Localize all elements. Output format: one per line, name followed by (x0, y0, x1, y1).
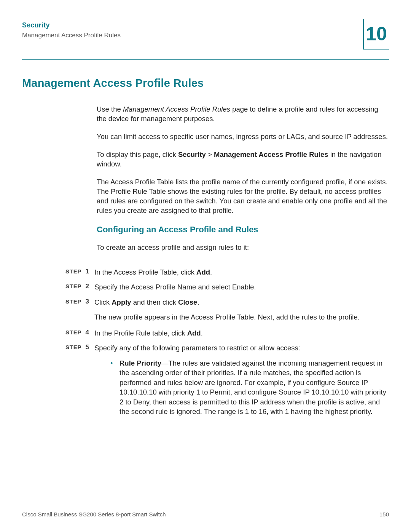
chapter-box: 10 (363, 19, 389, 50)
header-section: Security (22, 21, 389, 29)
sub-heading: Configuring an Access Profile and Rules (97, 225, 389, 235)
body: Use the Management Access Profile Rules … (97, 105, 389, 417)
step-divider (97, 261, 389, 261)
intro-para-1: Use the Management Access Profile Rules … (97, 105, 389, 124)
bullet-item: • Rule Priority—The rules are validated … (110, 358, 389, 417)
step-label: STEP (65, 297, 84, 305)
header-subsection: Management Access Profile Rules (22, 32, 389, 39)
intro-italic: Management Access Profile Rules (123, 105, 230, 113)
chapter-number: 10 (366, 24, 387, 43)
intro-para-2: You can limit access to specific user na… (97, 132, 389, 142)
step-text: Specify the Access Profile Name and sele… (94, 282, 389, 292)
step-number: 1 (84, 267, 94, 275)
step-label: STEP (65, 267, 84, 275)
step-number: 3 (84, 297, 94, 305)
footer-left: Cisco Small Business SG200 Series 8-port… (22, 511, 166, 518)
step-number: 2 (84, 282, 94, 290)
page-header: Security Management Access Profile Rules… (22, 21, 389, 51)
step-text: Specify any of the following parameters … (94, 343, 389, 353)
footer-row: Cisco Small Business SG200 Series 8-port… (22, 511, 389, 518)
footer-rule (22, 507, 389, 507)
step-label: STEP (65, 343, 84, 350)
step-4: STEP 4 In the Profile Rule table, click … (65, 328, 389, 338)
step-number: 5 (84, 343, 94, 351)
steps: STEP 1 In the Access Profile Table, clic… (65, 267, 389, 417)
bullet-list: • Rule Priority—The rules are validated … (110, 358, 389, 417)
header-rule (22, 59, 389, 60)
page-title: Management Access Profile Rules (22, 77, 389, 89)
intro-para-3: To display this page, click Security > M… (97, 150, 389, 169)
page: Security Management Access Profile Rules… (0, 0, 411, 532)
bullet-icon: • (110, 358, 119, 368)
step-label: STEP (65, 328, 84, 335)
step-3-followup: The new profile appears in the Access Pr… (94, 312, 389, 322)
bullet-text: Rule Priority—The rules are validated ag… (119, 358, 389, 417)
sub-intro: To create an access profile and assign r… (97, 243, 389, 252)
step-2: STEP 2 Specify the Access Profile Name a… (65, 282, 389, 292)
intro-para-4: The Access Profile Table lists the profi… (97, 177, 389, 216)
step-3: STEP 3 Click Apply and then click Close. (65, 297, 389, 307)
step-text: Click Apply and then click Close. (94, 297, 389, 307)
step-text: In the Access Profile Table, click Add. (94, 267, 389, 277)
step-5: STEP 5 Specify any of the following para… (65, 343, 389, 353)
step-text: In the Profile Rule table, click Add. (94, 328, 389, 338)
page-footer: Cisco Small Business SG200 Series 8-port… (22, 507, 389, 518)
page-number: 150 (379, 511, 389, 518)
step-number: 4 (84, 328, 94, 336)
step-1: STEP 1 In the Access Profile Table, clic… (65, 267, 389, 277)
step-label: STEP (65, 282, 84, 289)
